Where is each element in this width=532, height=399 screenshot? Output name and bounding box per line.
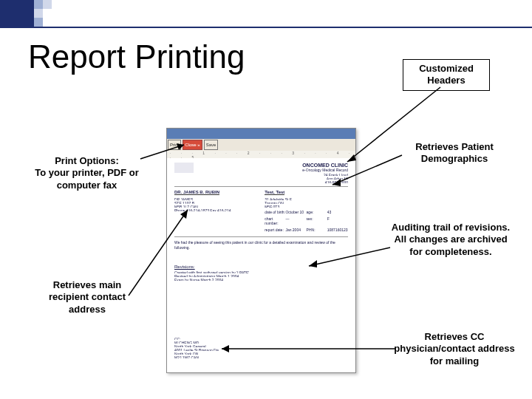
slide: Report Printing Customized Headers Print…	[0, 0, 532, 399]
text: M2J 1W7 CAN	[174, 355, 219, 358]
text: 24 Frank Lloyd	[302, 173, 348, 176]
text: Retrieves main	[35, 279, 139, 291]
text: To your printer, PDF or	[22, 167, 151, 179]
demo-grid: report date:Jan 2004PHN:1087160123	[265, 228, 348, 232]
patient-name: Test, Test	[265, 190, 284, 195]
text: Retrieves Patient Demographics	[415, 141, 494, 164]
text: for completeness.	[377, 246, 525, 258]
text: 31 Adelaide St E	[265, 197, 348, 200]
patient-block: Test, Test 31 Adelaide St E Toronto ON M…	[265, 190, 348, 232]
text: Print Options:	[22, 155, 151, 167]
accent-square	[34, 18, 43, 27]
text: North York ON	[174, 352, 219, 355]
print-button[interactable]: Print	[168, 140, 181, 150]
window-toolbar: Print Close » Save	[167, 139, 355, 151]
text: CC:	[174, 337, 219, 340]
save-button[interactable]: Save	[204, 140, 219, 150]
text: computer fax	[22, 180, 151, 191]
close-button[interactable]: Close »	[183, 140, 202, 150]
slide-title: Report Printing	[28, 38, 245, 75]
demo-grid: date of birth:October 10age:43	[265, 210, 348, 214]
report-header: ONCOMED CLINIC e-Oncology Medical Record…	[174, 163, 348, 187]
text: physician/contact address	[384, 343, 525, 355]
text: M5F 0T3	[265, 205, 348, 208]
text: 416-999-0000	[302, 180, 348, 183]
report-columns: DR. JAMES B. RUBIN DR JAMES STE 1107 B M…	[174, 190, 348, 232]
annot-recipient: Retrieves main recipient contact address	[35, 279, 139, 316]
text: Ann Arbor MI	[302, 177, 348, 180]
revisions-block: Revisions: Created with first authored v…	[174, 264, 348, 281]
report-page: ONCOMED CLINIC e-Oncology Medical Record…	[167, 158, 355, 372]
top-rule	[0, 27, 532, 28]
cc-block: CC: W CHENG MD North York General 4001 L…	[174, 336, 219, 359]
logo-icon	[174, 163, 194, 173]
text: recipient contact	[35, 291, 139, 303]
accent-square	[34, 9, 43, 18]
text: Retrieves CC	[384, 331, 525, 343]
annot-audit: Auditing trail of revisions. All changes…	[377, 222, 525, 258]
clinic-name: ONCOMED CLINIC	[302, 163, 348, 168]
accent-square	[34, 0, 43, 9]
text: W CHENG MD	[174, 341, 219, 344]
text: Created with first authored version by '…	[174, 270, 348, 273]
annot-demographics: Retrieves Patient Demographics	[399, 141, 510, 166]
text: All changes are archived	[377, 233, 525, 245]
text: M5B 1L7 CAN	[174, 205, 258, 208]
clinic-sub: e-Oncology Medical Record	[302, 168, 348, 172]
annot-customized-headers: Customized Headers	[403, 59, 490, 91]
window-titlebar	[167, 129, 355, 139]
annot-print-options: Print Options: To your printer, PDF or c…	[22, 155, 151, 191]
report-body: We had the pleasure of seeing this patie…	[174, 236, 348, 281]
doctor-name: DR. JAMES B. RUBIN	[174, 190, 219, 195]
revisions-head: Revisions:	[174, 265, 195, 269]
text: DR JAMES	[174, 197, 258, 200]
annot-cc: Retrieves CC physician/contact address f…	[384, 331, 525, 367]
doctor-block: DR. JAMES B. RUBIN DR JAMES STE 1107 B M…	[174, 190, 258, 232]
corner-accent	[0, 0, 34, 27]
text: Toronto ON	[265, 201, 348, 204]
text: Exam by Nurse March 2 2004	[174, 278, 348, 281]
text: for mailing	[384, 355, 525, 367]
demo-grid: chart number:—sex:F	[265, 216, 348, 225]
text: address	[35, 304, 139, 316]
text: Revised by Administrator March 1 2004	[174, 274, 348, 277]
text: North York General	[174, 344, 219, 347]
text: We had the pleasure of seeing this patie…	[174, 240, 335, 250]
text: Phone 416-214-1873 Fax 416-214	[174, 208, 258, 211]
text: 4001 Leslie St Branson Div	[174, 348, 219, 351]
text: STE 1107 B	[174, 201, 258, 204]
text: Auditing trail of revisions.	[377, 222, 525, 233]
text: Customized Headers	[419, 63, 474, 86]
accent-square	[43, 0, 52, 9]
report-screenshot: Print Close » Save · · · 1 · · · 2 · · ·…	[166, 128, 356, 373]
